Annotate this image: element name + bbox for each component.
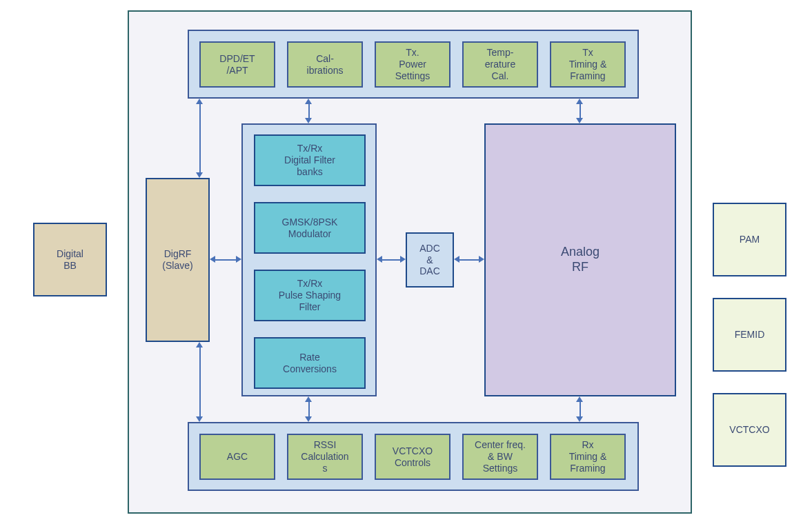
dsp-item-3: Rate Conversions <box>254 337 366 389</box>
block-digital-bb: Digital BB <box>33 223 107 296</box>
dsp-item-3-label: Rate Conversions <box>283 352 337 375</box>
arrow-dsp-adc-head-l <box>377 256 382 263</box>
arrow-digrf-dsp-head-r <box>236 256 241 263</box>
label-digital-bb: Digital BB <box>57 248 83 272</box>
top-item-1: Cal- ibrations <box>287 41 363 88</box>
label-pam: PAM <box>740 234 760 245</box>
arrow-dsp-adc-head-r <box>400 256 406 263</box>
dsp-item-1-label: GMSK/8PSK Modulator <box>282 216 338 240</box>
arrow-dsp-bottom <box>308 402 310 416</box>
bottom-item-4-label: Rx Timing & Framing <box>569 439 607 474</box>
dsp-item-2-label: Tx/Rx Pulse Shaping Filter <box>279 278 341 312</box>
top-item-0-label: DPD/ET /APT <box>219 53 255 77</box>
bottom-item-4: Rx Timing & Framing <box>550 434 626 480</box>
dsp-item-0: Tx/Rx Digital Filter banks <box>254 134 366 186</box>
dsp-item-2: Tx/Rx Pulse Shaping Filter <box>254 270 366 321</box>
bottom-item-1-label: RSSI Calculation s <box>301 439 348 474</box>
arrow-digrf-bottom-head-u <box>196 342 203 347</box>
block-analog-rf: Analog RF <box>484 123 676 396</box>
block-vctcxo: VCTCXO <box>713 393 786 467</box>
arrow-adc-analog-head-r <box>479 256 484 263</box>
bottom-item-3: Center freq. & BW Settings <box>462 434 538 480</box>
arrow-digrf-dsp-head-l <box>210 256 215 263</box>
arrow-dsp-adc <box>382 259 400 261</box>
arrow-digrf-bottom <box>199 347 201 416</box>
top-item-4-label: Tx Timing & Framing <box>569 47 607 81</box>
label-femid: FEMID <box>735 329 765 341</box>
label-vctcxo: VCTCXO <box>729 424 769 436</box>
bottom-item-1: RSSI Calculation s <box>287 434 363 480</box>
bottom-item-3-label: Center freq. & BW Settings <box>475 439 526 474</box>
top-item-3: Temp- erature Cal. <box>462 41 538 88</box>
label-digrf-slave: DigRF (Slave) <box>162 248 192 272</box>
arrow-dsp-top-head-d <box>305 118 312 123</box>
block-digrf-slave: DigRF (Slave) <box>146 178 210 342</box>
arrow-dsp-top-head-u <box>305 99 312 104</box>
arrow-dsp-top <box>308 104 310 118</box>
top-item-3-label: Temp- erature Cal. <box>485 47 515 81</box>
top-item-2-label: Tx. Power Settings <box>395 47 430 81</box>
arrow-digrf-top-head-u <box>196 99 203 104</box>
block-pam: PAM <box>713 203 786 276</box>
top-item-4: Tx Timing & Framing <box>550 41 626 88</box>
diagram-stage: Digital BB DigRF (Slave) DPD/ET /APT Cal… <box>0 0 812 524</box>
top-item-1-label: Cal- ibrations <box>307 53 344 77</box>
arrow-adc-analog-head-l <box>454 256 459 263</box>
arrow-digrf-dsp <box>215 259 236 261</box>
arrow-digrf-top-head-d <box>196 172 203 178</box>
arrow-analog-top-head-u <box>576 99 583 104</box>
bottom-item-2-label: VCTCXO Controls <box>393 445 433 469</box>
bottom-item-0-label: AGC <box>227 451 248 463</box>
arrow-dsp-bottom-head-u <box>305 396 312 402</box>
label-analog-rf: Analog RF <box>561 245 600 274</box>
dsp-item-1: GMSK/8PSK Modulator <box>254 202 366 254</box>
arrow-analog-bottom-head-d <box>576 416 583 422</box>
block-adc-dac: ADC & DAC <box>406 232 454 288</box>
top-item-2: Tx. Power Settings <box>375 41 450 88</box>
arrow-analog-bottom <box>580 402 581 416</box>
bottom-item-2: VCTCXO Controls <box>375 434 450 480</box>
dsp-item-0-label: Tx/Rx Digital Filter banks <box>284 143 335 177</box>
bottom-item-0: AGC <box>199 434 275 480</box>
top-item-0: DPD/ET /APT <box>199 41 275 88</box>
arrow-adc-analog <box>459 259 479 261</box>
arrow-digrf-bottom-head-d <box>196 416 203 422</box>
label-adc-dac: ADC & DAC <box>419 243 440 277</box>
block-femid: FEMID <box>713 298 786 372</box>
arrow-dsp-bottom-head-d <box>305 416 312 422</box>
arrow-analog-bottom-head-u <box>576 396 583 402</box>
arrow-digrf-top <box>199 104 201 172</box>
arrow-analog-top-head-d <box>576 118 583 123</box>
arrow-analog-top <box>580 104 581 118</box>
